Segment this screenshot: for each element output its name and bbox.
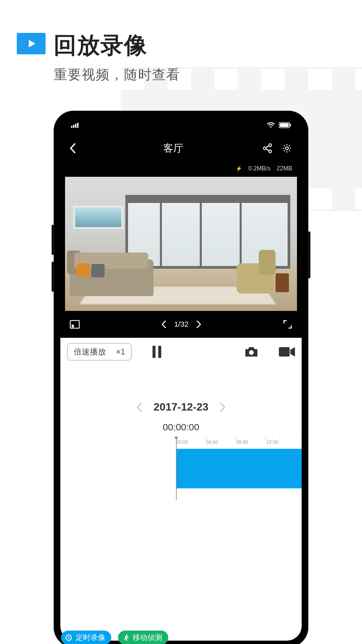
marketing-subtitle: 重要视频，随时查看 (54, 65, 180, 84)
battery-icon (279, 122, 291, 128)
date-next[interactable] (220, 403, 225, 412)
speed-label: 倍速播放 (74, 346, 106, 357)
svg-rect-5 (290, 124, 291, 126)
stream-stats: ⚡ 0.2MB/s 22MB (60, 164, 302, 177)
legend-scheduled-label: 定时录像 (76, 633, 105, 641)
timeline-tick: 08:00 (236, 439, 266, 448)
pause-button[interactable] (152, 346, 162, 358)
page-next[interactable] (196, 321, 201, 328)
running-icon (121, 633, 130, 641)
svg-point-15 (249, 350, 254, 355)
svg-point-7 (269, 144, 272, 147)
video-viewport[interactable] (65, 177, 297, 311)
bg-play-triangle (349, 129, 362, 156)
playback-panel: 倍速播放 ×1 2017-12-23 (60, 338, 302, 641)
back-button[interactable] (70, 143, 84, 153)
timeline-tick: 00:00 (176, 439, 206, 448)
timeline-recorded-band (176, 449, 302, 488)
bolt-icon: ⚡ (236, 165, 242, 172)
speed-value: ×1 (116, 347, 125, 357)
settings-button[interactable] (282, 143, 292, 154)
page-indicator: 1/32 (174, 320, 189, 329)
phone-mockup: 客厅 ⚡ 0.2MB/s 22MB (54, 111, 308, 644)
timeline-tick: 04:00 (206, 439, 236, 448)
status-bar (60, 117, 302, 133)
control-row: 倍速播放 ×1 (60, 338, 302, 364)
svg-rect-6 (280, 123, 289, 127)
playback-speed-button[interactable]: 倍速播放 ×1 (67, 343, 132, 361)
date-label[interactable]: 2017-12-23 (154, 401, 208, 413)
svg-rect-16 (279, 347, 290, 357)
svg-point-8 (263, 147, 266, 150)
legend-scheduled[interactable]: 定时录像 (61, 631, 111, 641)
legend-motion[interactable]: 移动侦测 (118, 631, 168, 641)
legend-motion-label: 移动侦测 (133, 633, 162, 641)
svg-rect-13 (153, 346, 156, 358)
svg-rect-2 (75, 124, 76, 128)
svg-rect-12 (72, 325, 73, 327)
svg-rect-3 (77, 123, 78, 128)
marketing-title: 回放录像 (54, 30, 180, 61)
record-button[interactable] (279, 346, 295, 357)
date-nav: 2017-12-23 (60, 401, 302, 413)
play-icon (17, 33, 46, 54)
stream-speed: 0.2MB/s (248, 165, 270, 172)
date-prev[interactable] (137, 403, 142, 412)
screen-title: 客厅 (84, 142, 262, 155)
fullscreen-button[interactable] (283, 320, 292, 329)
timeline-tick: 12:00 (266, 439, 297, 448)
signal-icon (71, 122, 80, 128)
timeline-playhead[interactable] (176, 437, 177, 500)
svg-point-18 (126, 634, 127, 636)
clock-icon (64, 633, 73, 641)
timeline[interactable]: 00:0004:0008:0012:00 (60, 437, 302, 504)
svg-rect-0 (71, 126, 72, 128)
time-label: 00:00:00 (60, 422, 302, 433)
timeline-legend: 定时录像 移动侦测 (61, 631, 168, 641)
svg-rect-11 (70, 321, 79, 328)
wifi-icon (267, 122, 275, 128)
stream-total: 22MB (277, 165, 292, 172)
snapshot-button[interactable] (244, 346, 259, 358)
app-header: 客厅 (60, 133, 302, 164)
svg-rect-14 (158, 346, 161, 358)
page-prev[interactable] (162, 321, 166, 328)
video-bottom-bar: 1/32 (60, 311, 302, 338)
marketing-header: 回放录像 重要视频，随时查看 (17, 30, 180, 84)
svg-rect-1 (73, 125, 74, 128)
svg-point-9 (269, 150, 272, 153)
multiview-button[interactable] (70, 320, 80, 329)
svg-point-10 (286, 147, 289, 150)
phone-screen: 客厅 ⚡ 0.2MB/s 22MB (60, 117, 302, 641)
share-button[interactable] (262, 143, 273, 154)
